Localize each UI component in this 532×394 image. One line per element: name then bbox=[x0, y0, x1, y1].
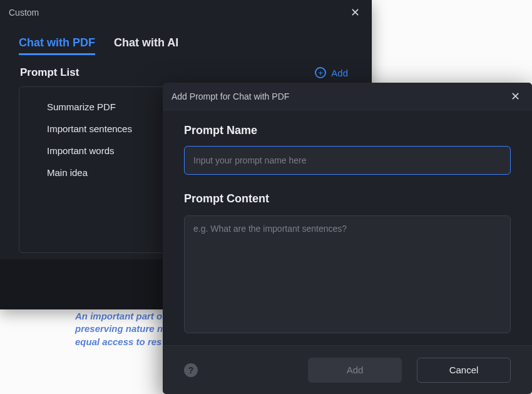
add-dialog-title: Add Prompt for Chat with PDF bbox=[171, 91, 289, 101]
close-icon[interactable]: ✕ bbox=[347, 4, 363, 21]
prompt-list-header: Prompt List + Add bbox=[0, 55, 372, 84]
custom-panel-title: Custom bbox=[9, 8, 39, 18]
add-dialog-header: Add Prompt for Chat with PDF ✕ bbox=[163, 83, 532, 110]
prompt-list-title: Prompt List bbox=[20, 66, 79, 79]
tab-chat-with-pdf[interactable]: Chat with PDF bbox=[19, 36, 95, 55]
add-dialog-body: Prompt Name Prompt Content bbox=[163, 110, 532, 336]
doc-line: preserving nature n bbox=[75, 323, 163, 335]
custom-panel-header: Custom ✕ bbox=[0, 0, 372, 25]
doc-line: equal access to res bbox=[75, 336, 163, 348]
prompt-name-input[interactable] bbox=[184, 146, 511, 175]
prompt-content-label: Prompt Content bbox=[184, 192, 511, 205]
add-dialog-footer: ? Add Cancel bbox=[163, 345, 532, 394]
tabs: Chat with PDF Chat with AI bbox=[0, 25, 372, 55]
add-prompt-button[interactable]: + Add bbox=[315, 67, 348, 78]
add-button[interactable]: Add bbox=[308, 358, 402, 383]
tab-chat-with-ai[interactable]: Chat with AI bbox=[114, 36, 178, 55]
add-prompt-dialog: Add Prompt for Chat with PDF ✕ Prompt Na… bbox=[163, 83, 532, 394]
cancel-button[interactable]: Cancel bbox=[417, 358, 511, 383]
prompt-content-input[interactable] bbox=[184, 215, 511, 333]
plus-icon: + bbox=[315, 67, 326, 78]
help-icon[interactable]: ? bbox=[184, 363, 198, 377]
prompt-name-label: Prompt Name bbox=[184, 124, 511, 137]
close-icon[interactable]: ✕ bbox=[507, 88, 523, 105]
document-text: An important part o preserving nature n … bbox=[75, 310, 163, 348]
add-label: Add bbox=[331, 68, 348, 78]
doc-line: An important part o bbox=[75, 310, 163, 323]
dialog-buttons: Add Cancel bbox=[308, 358, 511, 383]
